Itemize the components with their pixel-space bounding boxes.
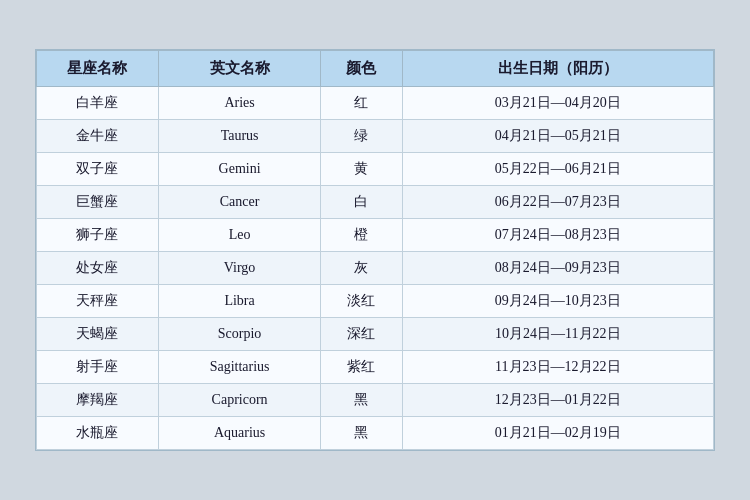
cell-zh: 射手座 — [37, 351, 159, 384]
cell-color: 绿 — [321, 120, 402, 153]
cell-color: 深红 — [321, 318, 402, 351]
cell-en: Aquarius — [158, 417, 320, 450]
cell-date: 06月22日—07月23日 — [402, 186, 713, 219]
header-zh: 星座名称 — [37, 51, 159, 87]
table-row: 白羊座Aries红03月21日—04月20日 — [37, 87, 714, 120]
cell-en: Virgo — [158, 252, 320, 285]
cell-en: Cancer — [158, 186, 320, 219]
cell-en: Sagittarius — [158, 351, 320, 384]
cell-en: Aries — [158, 87, 320, 120]
table-row: 水瓶座Aquarius黑01月21日—02月19日 — [37, 417, 714, 450]
header-date: 出生日期（阳历） — [402, 51, 713, 87]
cell-date: 10月24日—11月22日 — [402, 318, 713, 351]
cell-zh: 双子座 — [37, 153, 159, 186]
cell-date: 07月24日—08月23日 — [402, 219, 713, 252]
cell-zh: 摩羯座 — [37, 384, 159, 417]
cell-date: 09月24日—10月23日 — [402, 285, 713, 318]
table-row: 摩羯座Capricorn黑12月23日—01月22日 — [37, 384, 714, 417]
cell-en: Gemini — [158, 153, 320, 186]
cell-en: Taurus — [158, 120, 320, 153]
table-header-row: 星座名称 英文名称 颜色 出生日期（阳历） — [37, 51, 714, 87]
cell-zh: 狮子座 — [37, 219, 159, 252]
header-en: 英文名称 — [158, 51, 320, 87]
cell-en: Libra — [158, 285, 320, 318]
cell-en: Capricorn — [158, 384, 320, 417]
cell-en: Leo — [158, 219, 320, 252]
cell-color: 黄 — [321, 153, 402, 186]
table-row: 天秤座Libra淡红09月24日—10月23日 — [37, 285, 714, 318]
cell-color: 黑 — [321, 417, 402, 450]
cell-zh: 天蝎座 — [37, 318, 159, 351]
cell-zh: 白羊座 — [37, 87, 159, 120]
cell-color: 橙 — [321, 219, 402, 252]
table-row: 金牛座Taurus绿04月21日—05月21日 — [37, 120, 714, 153]
table-row: 双子座Gemini黄05月22日—06月21日 — [37, 153, 714, 186]
header-color: 颜色 — [321, 51, 402, 87]
cell-zh: 巨蟹座 — [37, 186, 159, 219]
cell-zh: 天秤座 — [37, 285, 159, 318]
cell-en: Scorpio — [158, 318, 320, 351]
cell-zh: 水瓶座 — [37, 417, 159, 450]
zodiac-table: 星座名称 英文名称 颜色 出生日期（阳历） 白羊座Aries红03月21日—04… — [36, 50, 714, 450]
cell-color: 红 — [321, 87, 402, 120]
cell-date: 08月24日—09月23日 — [402, 252, 713, 285]
table-row: 天蝎座Scorpio深红10月24日—11月22日 — [37, 318, 714, 351]
cell-date: 04月21日—05月21日 — [402, 120, 713, 153]
table-row: 狮子座Leo橙07月24日—08月23日 — [37, 219, 714, 252]
cell-zh: 处女座 — [37, 252, 159, 285]
cell-color: 淡红 — [321, 285, 402, 318]
zodiac-table-container: 星座名称 英文名称 颜色 出生日期（阳历） 白羊座Aries红03月21日—04… — [35, 49, 715, 451]
cell-color: 白 — [321, 186, 402, 219]
table-row: 射手座Sagittarius紫红11月23日—12月22日 — [37, 351, 714, 384]
cell-color: 黑 — [321, 384, 402, 417]
table-row: 处女座Virgo灰08月24日—09月23日 — [37, 252, 714, 285]
cell-date: 01月21日—02月19日 — [402, 417, 713, 450]
cell-zh: 金牛座 — [37, 120, 159, 153]
cell-date: 12月23日—01月22日 — [402, 384, 713, 417]
cell-color: 灰 — [321, 252, 402, 285]
cell-date: 11月23日—12月22日 — [402, 351, 713, 384]
cell-date: 05月22日—06月21日 — [402, 153, 713, 186]
cell-color: 紫红 — [321, 351, 402, 384]
table-body: 白羊座Aries红03月21日—04月20日金牛座Taurus绿04月21日—0… — [37, 87, 714, 450]
table-row: 巨蟹座Cancer白06月22日—07月23日 — [37, 186, 714, 219]
cell-date: 03月21日—04月20日 — [402, 87, 713, 120]
